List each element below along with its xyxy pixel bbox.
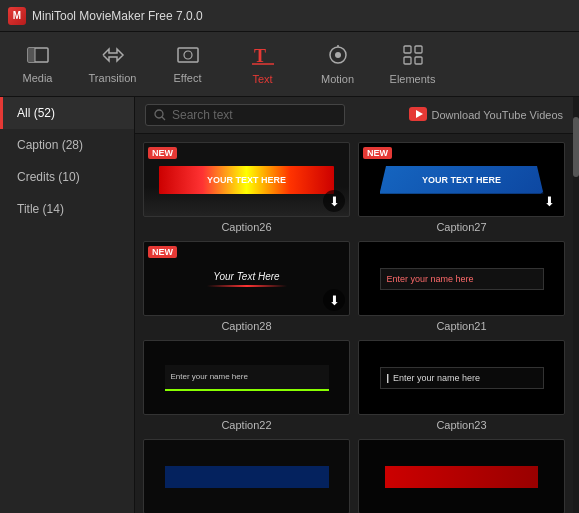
thumb-caption28: NEW Your Text Here ⬇ — [143, 241, 350, 316]
transition-label: Transition — [89, 72, 137, 84]
download-overlay-icon[interactable]: ⬇ — [323, 190, 345, 212]
download-overlay-icon[interactable]: ⬇ — [538, 190, 560, 212]
content-area: All (52) Caption (28) Credits (10) Title… — [0, 97, 579, 513]
svg-line-15 — [162, 117, 165, 120]
main-panel: Download YouTube Videos NEW YOUR TEXT HE… — [135, 97, 573, 513]
download-overlay-icon[interactable]: ⬇ — [323, 289, 345, 311]
thumb-inner: YOUR TEXT HERE — [380, 166, 544, 194]
toolbar-item-motion[interactable]: Motion — [300, 32, 375, 97]
thumb-inner: YOUR TEXT HERE — [159, 166, 333, 194]
svg-rect-12 — [404, 57, 411, 64]
elements-icon — [402, 44, 424, 69]
toolbar-item-effect[interactable]: Effect — [150, 32, 225, 97]
svg-point-4 — [184, 51, 192, 59]
toolbar-item-elements[interactable]: Elements — [375, 32, 450, 97]
grid-item-caption22[interactable]: Enter your name here Caption22 — [143, 340, 350, 431]
caption21-label: Caption21 — [436, 320, 486, 332]
motion-label: Motion — [321, 73, 354, 85]
thumb-caption22: Enter your name here — [143, 340, 350, 415]
sidebar: All (52) Caption (28) Credits (10) Title… — [0, 97, 135, 513]
thumbnails-grid: NEW YOUR TEXT HERE ⬇ Caption26 NEW YOUR … — [135, 134, 573, 513]
svg-rect-3 — [178, 48, 198, 62]
sidebar-item-caption[interactable]: Caption (28) — [0, 129, 134, 161]
toolbar-item-transition[interactable]: Transition — [75, 32, 150, 97]
thumb-inner: Enter your name here — [380, 367, 544, 389]
sidebar-item-title[interactable]: Title (14) — [0, 193, 134, 225]
toolbar: Media Transition Effect T Text — [0, 32, 579, 97]
thumb-caption21: Enter your name here — [358, 241, 565, 316]
thumb-caption27: NEW YOUR TEXT HERE ⬇ — [358, 142, 565, 217]
thumb-inner — [165, 466, 329, 488]
new-badge: NEW — [148, 246, 177, 258]
search-bar: Download YouTube Videos — [135, 97, 573, 134]
toolbar-item-text[interactable]: T Text — [225, 32, 300, 97]
grid-item-caption28[interactable]: NEW Your Text Here ⬇ Caption28 — [143, 241, 350, 332]
thumb-inner: Your Text Here — [207, 271, 287, 287]
thumb-bottom-right — [358, 439, 565, 513]
svg-text:T: T — [254, 46, 266, 66]
motion-icon — [327, 44, 349, 69]
sidebar-item-all[interactable]: All (52) — [0, 97, 134, 129]
effect-icon — [177, 45, 199, 68]
svg-point-14 — [155, 110, 163, 118]
search-field-wrap[interactable] — [145, 104, 345, 126]
app-title: MiniTool MovieMaker Free 7.0.0 — [32, 9, 203, 23]
svg-rect-13 — [415, 57, 422, 64]
thumb-bottom-left — [143, 439, 350, 513]
text-icon: T — [252, 44, 274, 69]
svg-rect-11 — [415, 46, 422, 53]
scrollbar[interactable] — [573, 97, 579, 513]
app-icon: M — [8, 7, 26, 25]
caption28-label: Caption28 — [221, 320, 271, 332]
grid-item-caption23[interactable]: Enter your name here Caption23 — [358, 340, 565, 431]
download-youtube-label: Download YouTube Videos — [432, 109, 564, 121]
media-label: Media — [23, 72, 53, 84]
caption26-label: Caption26 — [221, 221, 271, 233]
svg-rect-10 — [404, 46, 411, 53]
text-label: Text — [252, 73, 272, 85]
grid-item-caption-br[interactable] — [358, 439, 565, 513]
media-icon — [27, 45, 49, 68]
new-badge: NEW — [363, 147, 392, 159]
caption23-label: Caption23 — [436, 419, 486, 431]
scrollbar-thumb[interactable] — [573, 117, 579, 177]
new-badge: NEW — [148, 147, 177, 159]
grid-item-caption-bl[interactable] — [143, 439, 350, 513]
title-bar: M MiniTool MovieMaker Free 7.0.0 — [0, 0, 579, 32]
transition-icon — [101, 45, 125, 68]
grid-item-caption26[interactable]: NEW YOUR TEXT HERE ⬇ Caption26 — [143, 142, 350, 233]
toolbar-item-media[interactable]: Media — [0, 32, 75, 97]
grid-item-caption27[interactable]: NEW YOUR TEXT HERE ⬇ Caption27 — [358, 142, 565, 233]
search-input[interactable] — [172, 108, 327, 122]
caption22-label: Caption22 — [221, 419, 271, 431]
grid-item-caption21[interactable]: Enter your name here Caption21 — [358, 241, 565, 332]
thumb-inner: Enter your name here — [380, 268, 544, 290]
thumb-inner: Enter your name here — [165, 365, 329, 391]
svg-point-8 — [335, 52, 341, 58]
caption27-label: Caption27 — [436, 221, 486, 233]
effect-label: Effect — [174, 72, 202, 84]
thumb-inner — [385, 466, 539, 488]
download-youtube-button[interactable]: Download YouTube Videos — [409, 107, 564, 124]
search-icon — [154, 109, 166, 121]
thumb-caption26: NEW YOUR TEXT HERE ⬇ — [143, 142, 350, 217]
svg-rect-1 — [28, 48, 35, 62]
sidebar-item-credits[interactable]: Credits (10) — [0, 161, 134, 193]
youtube-icon — [409, 107, 427, 124]
thumb-caption23: Enter your name here — [358, 340, 565, 415]
elements-label: Elements — [390, 73, 436, 85]
